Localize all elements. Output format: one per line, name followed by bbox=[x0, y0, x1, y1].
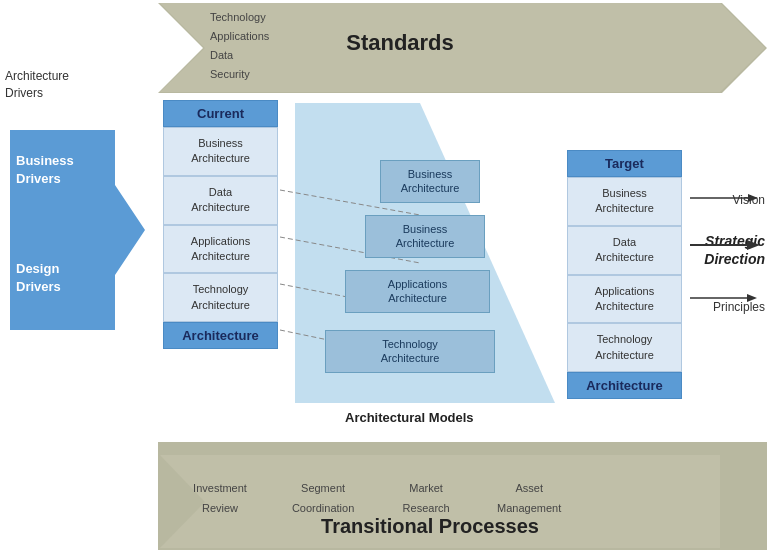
current-column: Current Business Architecture Data Archi… bbox=[163, 100, 278, 349]
target-cell-tech: Technology Architecture bbox=[567, 323, 682, 372]
transitional-items: Investment Review Segment Coordination M… bbox=[175, 478, 574, 518]
std-sec: Security bbox=[210, 65, 269, 84]
target-cell-apps: Applications Architecture bbox=[567, 275, 682, 324]
transitional-title: Transitional Processes bbox=[321, 515, 539, 538]
std-tech: Technology bbox=[210, 8, 269, 27]
current-cell-apps: Applications Architecture bbox=[163, 225, 278, 274]
trans-invest: Investment Review bbox=[175, 478, 265, 518]
current-cell-data: Data Architecture bbox=[163, 176, 278, 225]
target-footer: Architecture bbox=[567, 372, 682, 399]
current-footer: Architecture bbox=[163, 322, 278, 349]
model-cell-4: Technology Architecture bbox=[325, 330, 495, 373]
current-cell-business: Business Architecture bbox=[163, 127, 278, 176]
svg-marker-3 bbox=[747, 240, 760, 250]
right-arrows-svg bbox=[685, 180, 765, 320]
target-cell-business: Business Architecture bbox=[567, 177, 682, 226]
trans-asset: Asset Management bbox=[484, 478, 574, 518]
arch-models-label: Architectural Models bbox=[345, 410, 474, 425]
svg-marker-5 bbox=[747, 294, 757, 302]
business-drivers-label: Business Drivers bbox=[16, 152, 106, 188]
current-header: Current bbox=[163, 100, 278, 127]
target-column: Target Business Architecture Data Archit… bbox=[567, 150, 682, 399]
model-cell-1: Business Architecture bbox=[380, 160, 480, 203]
target-header: Target bbox=[567, 150, 682, 177]
current-cell-tech: Technology Architecture bbox=[163, 273, 278, 322]
arch-drivers-label: Architecture Drivers bbox=[5, 68, 69, 102]
standards-sub-items: Technology Applications Data Security bbox=[210, 8, 269, 84]
model-cell-2: Business Architecture bbox=[365, 215, 485, 258]
target-cell-data: Data Architecture bbox=[567, 226, 682, 275]
std-data: Data bbox=[210, 46, 269, 65]
svg-marker-1 bbox=[748, 194, 758, 202]
design-drivers-label: Design Drivers bbox=[16, 260, 106, 296]
model-cell-3: Applications Architecture bbox=[345, 270, 490, 313]
trans-market: Market Research bbox=[381, 478, 471, 518]
standards-main-label: Standards bbox=[346, 30, 454, 56]
trans-seg: Segment Coordination bbox=[278, 478, 368, 518]
std-app: Applications bbox=[210, 27, 269, 46]
